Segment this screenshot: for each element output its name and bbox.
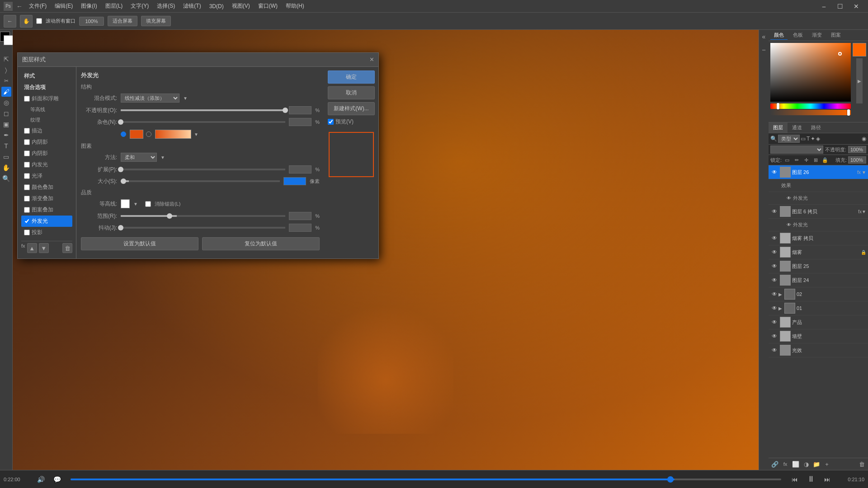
layer-item-smoke[interactable]: 👁 烟雾 🔒 [769, 245, 868, 259]
layer-style-dialog[interactable]: 图层样式 × 样式 混合选项 斜面和浮雕 等高线 纹理 描边 内阴影 内阴影 内… [17, 52, 379, 259]
layer-opacity-input[interactable] [848, 146, 866, 153]
hand-tool[interactable]: ✋ [1, 163, 11, 173]
radio-solid[interactable] [121, 131, 126, 137]
layer-26-chevron[interactable]: ▼ [862, 170, 866, 175]
opacity-input[interactable]: 100 [289, 106, 311, 114]
styles-item-inner-shadow1[interactable]: 内阴影 [21, 136, 72, 148]
layer-delete-icon[interactable]: 🗑 [857, 460, 866, 469]
menu-item-filter[interactable]: 滤镜(T) [179, 1, 204, 11]
blend-mode-select[interactable]: 线性减淡（添加） [121, 94, 179, 103]
preview-checkbox[interactable] [328, 119, 334, 125]
eraser-tool[interactable]: ◻ [1, 108, 11, 118]
styles-item-contour-sub[interactable]: 等高线 [21, 104, 72, 115]
tl-forward10-btn[interactable]: ⏭ [821, 473, 834, 486]
tl-caption-btn[interactable]: 💬 [51, 473, 63, 486]
pen-tool[interactable]: ✒ [1, 130, 11, 140]
styles-item-style[interactable]: 样式 [21, 70, 72, 82]
styles-item-pattern-overlay[interactable]: 图案叠加 [21, 204, 72, 216]
jitter-slider-track[interactable] [121, 227, 285, 229]
styles-item-outer-glow[interactable]: 外发光 [21, 216, 72, 227]
layer-item-product[interactable]: 👁 产品 [769, 315, 868, 329]
smoke-copy-eye[interactable]: 👁 [770, 234, 778, 242]
layer-item-24[interactable]: 👁 图层 24 [769, 273, 868, 287]
filter-smart-icon[interactable]: ◈ [816, 136, 820, 142]
opacity-slider-track[interactable] [121, 109, 285, 111]
shape-tool[interactable]: ▭ [1, 152, 11, 162]
styles-item-inner-glow[interactable]: 内发光 [21, 159, 72, 170]
lock-all-icon[interactable]: 🔒 [821, 156, 829, 164]
styles-up-btn[interactable]: ▲ [27, 243, 37, 253]
styles-item-color-overlay[interactable]: 颜色叠加 [21, 182, 72, 193]
filter-shape-icon[interactable]: ✦ [811, 136, 815, 142]
layer-item-26[interactable]: 👁 图层 26 fx ▼ [769, 165, 868, 179]
layer-26-fx-eye[interactable]: 👁 [785, 194, 793, 202]
alpha-slider[interactable] [770, 110, 851, 115]
timeline-thumb[interactable] [667, 476, 674, 483]
color-saturation-box[interactable] [770, 43, 851, 102]
layer-item-light[interactable]: 👁 光效 [769, 343, 868, 357]
product-eye[interactable]: 👁 [770, 318, 778, 326]
set-default-btn[interactable]: 设置为默认值 [81, 237, 198, 250]
confirm-btn[interactable]: 确定 [328, 70, 375, 84]
menu-item-file[interactable]: 文件(F) [25, 1, 50, 11]
layer-item-25[interactable]: 👁 图层 25 [769, 259, 868, 273]
styles-down-btn[interactable]: ▼ [39, 243, 49, 253]
layer-item-wall[interactable]: 👁 墙壁 [769, 329, 868, 343]
menu-item-3d[interactable]: 3D(D) [206, 2, 227, 10]
tab-paths[interactable]: 路径 [807, 122, 826, 133]
styles-item-bevel[interactable]: 斜面和浮雕 [21, 93, 72, 104]
styles-item-gradient-overlay[interactable]: 渐变叠加 [21, 193, 72, 204]
reset-default-btn[interactable]: 复位为默认值 [202, 237, 320, 250]
hue-slider[interactable] [770, 103, 851, 109]
collapse-icon[interactable]: « [759, 32, 769, 42]
menu-item-edit[interactable]: 编辑(E) [51, 1, 76, 11]
styles-delete-btn[interactable]: 🗑 [62, 243, 72, 253]
expand-color-btn[interactable]: ▶ [856, 58, 863, 103]
styles-item-texture-sub[interactable]: 纹理 [21, 115, 72, 125]
layer-new-icon[interactable]: + [822, 460, 831, 469]
layer-6copy-fx-eye[interactable]: 👁 [785, 221, 793, 229]
text-tool[interactable]: T [1, 141, 11, 151]
range-slider-track[interactable] [121, 215, 285, 217]
layer-item-smoke-copy[interactable]: 👁 烟雾 拷贝 [769, 231, 868, 245]
hand-tool-btn[interactable]: ✋ [20, 15, 33, 28]
tl-rewind10-btn[interactable]: ⏮ [788, 473, 801, 486]
lock-artboard-icon[interactable]: ⊞ [811, 156, 820, 164]
minimize-button[interactable]: ‒ [816, 0, 832, 13]
move-tool[interactable]: ⇱ [1, 54, 11, 64]
layer-01-expand[interactable]: ▶ [778, 306, 782, 311]
layer-01-eye[interactable]: 👁 [770, 304, 778, 312]
layer-26-eye[interactable]: 👁 [770, 168, 778, 176]
wall-eye[interactable]: 👁 [770, 332, 778, 340]
lasso-tool[interactable]: 〉 [1, 65, 11, 75]
tab-channels[interactable]: 通道 [788, 122, 807, 133]
menu-item-help[interactable]: 帮助(H) [282, 1, 308, 11]
light-eye[interactable]: 👁 [770, 346, 778, 354]
layer-25-eye[interactable]: 👁 [770, 262, 778, 270]
layer-type-filter[interactable]: 类型 [778, 135, 800, 143]
layer-02-expand[interactable]: ▶ [778, 292, 782, 297]
color-preview-swatch[interactable] [853, 43, 866, 56]
tl-play-pause-btn[interactable]: ⏸ [805, 473, 817, 486]
maximize-button[interactable]: ☐ [832, 0, 848, 13]
spread-slider-track[interactable] [121, 169, 285, 170]
layer-item-6copy[interactable]: 👁 图层 6 拷贝 fx ▼ [769, 205, 868, 219]
dialog-close-btn[interactable]: × [370, 56, 374, 64]
clone-tool[interactable]: ◎ [1, 98, 11, 108]
method-select[interactable]: 柔和 精确 [121, 153, 157, 162]
menu-item-layer[interactable]: 图层(L) [102, 1, 127, 11]
layer-group-icon[interactable]: 📁 [812, 460, 821, 469]
zoom-tool[interactable]: 🔍 [1, 174, 11, 183]
lock-paint-icon[interactable]: ✏ [793, 156, 801, 164]
dialog-titlebar[interactable]: 图层样式 × [18, 53, 378, 67]
lock-transparent-icon[interactable]: ▭ [783, 156, 791, 164]
panel-icon-1[interactable]: ⎯ [759, 42, 769, 52]
tab-layers[interactable]: 图层 [769, 122, 788, 133]
layer-fill-icon[interactable]: ◑ [802, 460, 811, 469]
layer-style-icon[interactable]: fx [781, 460, 790, 469]
filter-toggle[interactable]: ◉ [862, 136, 866, 142]
styles-item-blend[interactable]: 混合选项 [21, 82, 72, 93]
tab-pattern[interactable]: 图案 [827, 31, 844, 40]
filter-text-icon[interactable]: T [807, 136, 810, 142]
layer-6copy-chevron[interactable]: ▼ [862, 209, 866, 214]
